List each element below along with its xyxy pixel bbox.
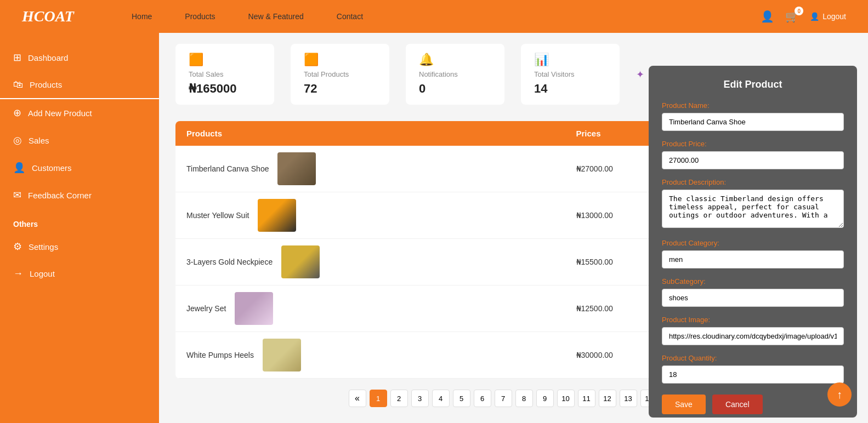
total-sales-label: Total Sales [189,70,261,78]
logout-button[interactable]: 👤 Logout [810,12,846,21]
expand-icon[interactable]: ✦ [636,68,644,81]
sidebar-item-products[interactable]: 🛍 Products [0,71,159,99]
sidebar-item-add-product[interactable]: ⊕ Add New Product [0,99,159,127]
product-thumbnail [277,152,316,185]
product-image-label: Product Image: [662,316,844,324]
logout-sidebar-icon: → [13,268,23,279]
cart-badge: 0 [795,7,803,15]
notifications-value: 0 [419,82,491,96]
add-product-icon: ⊕ [13,107,21,119]
product-cell: 3-Layers Gold Neckpiece [186,245,554,278]
product-category-label: Product Category: [662,239,844,247]
product-desc-textarea[interactable]: The classic Timberland design offers tim… [662,190,844,228]
sidebar-label-sales: Sales [29,136,49,145]
logout-icon: 👤 [810,12,819,21]
pagination-page-10[interactable]: 10 [557,390,575,407]
sidebar-item-sales[interactable]: ◎ Sales [0,127,159,154]
stat-total-sales: 🟧 Total Sales ₦165000 [175,44,274,105]
total-products-label: Total Products [304,70,376,78]
nav-contact[interactable]: Contact [337,12,363,21]
total-visitors-label: Total Visitors [534,70,606,78]
pagination-page-7[interactable]: 7 [495,390,512,407]
pagination-page-2[interactable]: 2 [390,390,408,407]
sidebar-label-feedback: Feedback Corner [28,191,92,200]
sales-icon: ◎ [13,134,22,146]
sidebar-item-customers[interactable]: 👤 Customers [0,154,159,181]
sidebar-item-dashboard[interactable]: ⊞ Dashboard [0,44,159,71]
sidebar-item-settings[interactable]: ⚙ Settings [0,233,159,260]
product-name: Timberland Canva Shoe [186,164,269,173]
product-name: White Pumps Heels [186,351,254,359]
sidebar-label-customers: Customers [32,163,72,173]
total-visitors-icon: 📊 [534,53,606,67]
sidebar-label-dashboard: Dashboard [28,53,68,62]
total-sales-value: ₦165000 [189,82,261,96]
product-price-label: Product Price: [662,140,844,148]
dashboard-icon: ⊞ [13,52,21,64]
product-cell: White Pumps Heels [186,339,554,371]
nav-featured[interactable]: New & Featured [248,12,304,21]
pagination-first[interactable]: « [349,390,366,407]
sidebar-label-products: Products [30,80,62,89]
form-group-product-price: Product Price: [662,140,844,169]
total-visitors-value: 14 [534,82,606,96]
total-products-value: 72 [304,82,376,96]
product-name-label: Product Name: [662,101,844,110]
product-thumbnail [235,292,273,325]
others-section-label: Others [0,209,159,233]
stat-total-products: 🟧 Total Products 72 [291,44,389,105]
product-thumbnail [258,199,296,232]
product-thumbnail [281,245,320,278]
product-price-input[interactable] [662,151,844,169]
pagination-page-11[interactable]: 11 [578,390,595,407]
notifications-icon: 🔔 [419,53,491,67]
stat-notifications: 🔔 Notifications 0 [406,44,504,105]
product-name: Jewelry Set [186,304,226,313]
product-cell: Muster Yellow Suit [186,199,554,232]
form-group-product-quantity: Product Quantity: [662,354,844,384]
edit-product-panel: Edit Product Product Name: Product Price… [649,66,857,418]
top-navigation: HCOAT Home Products New & Featured Conta… [0,0,868,33]
product-cell: Jewelry Set [186,292,554,325]
subcategory-input[interactable] [662,289,844,307]
product-desc-label: Product Description: [662,178,844,186]
scroll-to-top-button[interactable]: ↑ [827,382,852,407]
product-quantity-label: Product Quantity: [662,354,844,362]
product-category-input[interactable] [662,250,844,268]
products-icon: 🛍 [13,79,23,90]
pagination-page-1[interactable]: 1 [370,390,387,407]
brand-logo: HCOAT [22,8,110,25]
sidebar: ⊞ Dashboard 🛍 Products ⊕ Add New Product… [0,33,159,423]
form-actions: Save Cancel [662,395,844,414]
total-sales-icon: 🟧 [189,53,261,67]
nav-right: 👤 🛒 0 👤 Logout [761,10,846,23]
pagination-page-13[interactable]: 13 [620,390,637,407]
pagination-page-6[interactable]: 6 [474,390,491,407]
form-group-product-image: Product Image: [662,316,844,345]
pagination-page-5[interactable]: 5 [453,390,470,407]
pagination-page-8[interactable]: 8 [515,390,533,407]
nav-products[interactable]: Products [185,12,215,21]
user-icon[interactable]: 👤 [761,10,774,23]
pagination-page-4[interactable]: 4 [432,390,450,407]
sidebar-label-settings: Settings [29,242,58,251]
save-button[interactable]: Save [662,395,706,414]
nav-links: Home Products New & Featured Contact [132,12,761,21]
sidebar-item-feedback[interactable]: ✉ Feedback Corner [0,181,159,209]
product-name-input[interactable] [662,113,844,131]
notifications-label: Notifications [419,70,491,78]
cart-icon[interactable]: 🛒 0 [785,10,799,23]
feedback-icon: ✉ [13,189,21,201]
stat-total-visitors: 📊 Total Visitors 14 [521,44,620,105]
subcategory-label: SubCategory: [662,277,844,285]
edit-panel-title: Edit Product [662,79,844,90]
sidebar-item-logout[interactable]: → Logout [0,260,159,287]
pagination-page-9[interactable]: 9 [536,390,554,407]
product-quantity-input[interactable] [662,365,844,384]
pagination-page-12[interactable]: 12 [599,390,616,407]
product-image-input[interactable] [662,327,844,345]
pagination-page-3[interactable]: 3 [411,390,429,407]
nav-home[interactable]: Home [132,12,152,21]
cancel-button[interactable]: Cancel [712,395,763,414]
sidebar-label-add-product: Add New Product [28,108,92,118]
